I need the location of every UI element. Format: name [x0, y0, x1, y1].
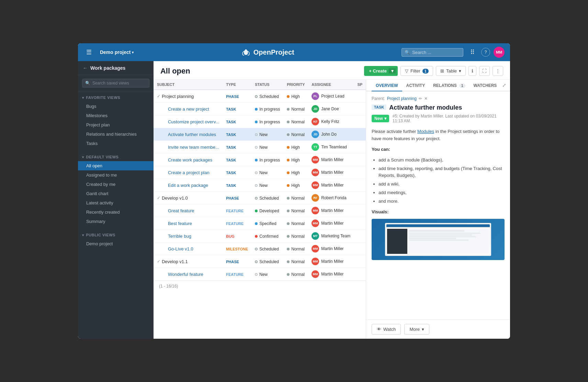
cell-sp: [354, 154, 366, 166]
col-type[interactable]: TYPE: [223, 80, 251, 90]
cell-subject: ✓ Project planning: [154, 90, 223, 103]
col-subject[interactable]: SUBJECT: [154, 80, 223, 90]
more-options-button[interactable]: ⋮: [493, 66, 503, 76]
cell-sp: [354, 179, 366, 192]
cell-priority: Normal: [283, 192, 308, 204]
col-priority[interactable]: PRIORITY: [283, 80, 308, 90]
col-sp[interactable]: SP: [354, 80, 366, 90]
table-row[interactable]: Great feature FEATURE Developed Normal M…: [154, 204, 366, 217]
info-button[interactable]: ℹ: [468, 66, 476, 76]
cell-sp: [354, 141, 366, 154]
favorite-toggle-icon[interactable]: ▾: [82, 96, 84, 100]
col-assignee[interactable]: ASSIGNEE: [308, 80, 354, 90]
table-row[interactable]: Activate further modules TASK New Normal…: [154, 128, 366, 141]
public-views-header[interactable]: ▾ PUBLIC VIEWS: [78, 232, 154, 239]
cell-assignee: TT Tim Teamlead: [308, 141, 354, 154]
detail-body: Parent: Project planning ✏ ✕ TASK Activa…: [366, 91, 510, 319]
sidebar-search-input-wrapper[interactable]: 🔍: [82, 79, 149, 88]
table-row[interactable]: Edit a work package TASK New High MM Mar…: [154, 179, 366, 192]
default-views-header[interactable]: ▾ DEFAULT VIEWS: [78, 154, 154, 161]
sidebar-item-summary[interactable]: Summary: [78, 217, 154, 226]
hamburger-button[interactable]: ☰: [83, 47, 94, 58]
favorite-views-header[interactable]: ▾ FAVORITE VIEWS: [78, 94, 154, 102]
cell-priority: Normal: [283, 217, 308, 230]
sidebar-item-project-plan[interactable]: Project plan: [78, 120, 154, 130]
sidebar-item-demo-project[interactable]: Demo project: [78, 239, 154, 248]
modules-button[interactable]: ⠿: [467, 47, 478, 58]
help-button[interactable]: ?: [481, 48, 490, 57]
sidebar-item-bugs[interactable]: Bugs: [78, 102, 154, 111]
table-row[interactable]: Best feature FEATURE Specified Normal MM…: [154, 217, 366, 230]
user-avatar[interactable]: MM: [494, 47, 505, 58]
detail-type-badge: TASK: [372, 104, 386, 110]
cell-sp: [354, 230, 366, 243]
table-row[interactable]: Customize project overv... TASK In progr…: [154, 115, 366, 128]
project-selector[interactable]: Demo project ▾: [100, 49, 134, 55]
filter-count-badge: 1: [422, 69, 429, 74]
public-toggle-icon[interactable]: ▾: [82, 233, 84, 237]
detail-title-row: TASK Activate further modules: [372, 104, 505, 112]
cell-status: Confirmed: [251, 230, 283, 243]
global-search[interactable]: 🔍: [402, 48, 463, 57]
cell-type: BUG: [223, 230, 251, 243]
filter-button[interactable]: ▽ Filter 1: [400, 66, 433, 76]
cell-assignee: JD Jane Doe: [308, 103, 354, 115]
sidebar-item-milestones[interactable]: Milestones: [78, 111, 154, 120]
sidebar-search-field[interactable]: [92, 81, 146, 86]
expand-icon[interactable]: ⤢: [501, 81, 508, 89]
sidebar-item-all-open[interactable]: All open: [78, 161, 154, 170]
table-row[interactable]: Terrible bug BUG Confirmed Normal MT Mar…: [154, 230, 366, 243]
table-row[interactable]: Wonderful feature FEATURE New Normal MM …: [154, 268, 366, 281]
fullscreen-button[interactable]: ⛶: [479, 66, 490, 76]
project-chevron-icon: ▾: [132, 50, 134, 54]
sidebar-item-created-by-me[interactable]: Created by me: [78, 180, 154, 189]
sidebar-item-tasks[interactable]: Tasks: [78, 139, 154, 148]
table-row[interactable]: Create work packages TASK In progress Hi…: [154, 154, 366, 166]
cell-type: TASK: [223, 103, 251, 115]
tab-watchers[interactable]: WATCHERS: [470, 80, 501, 91]
sidebar-item-gantt-chart[interactable]: Gantt chart: [78, 189, 154, 198]
eye-icon: 👁: [377, 327, 381, 332]
table-row[interactable]: Create a new project TASK In progress No…: [154, 103, 366, 115]
back-button[interactable]: ←: [83, 65, 88, 71]
default-toggle-icon[interactable]: ▾: [82, 155, 84, 159]
table-row[interactable]: Go-Live v1.0 MILESTONE Scheduled Normal …: [154, 243, 366, 255]
sidebar-item-assigned-to-me[interactable]: Assigned to me: [78, 170, 154, 180]
sidebar-item-latest-activity[interactable]: Latest activity: [78, 198, 154, 207]
cell-priority: Normal: [283, 243, 308, 255]
tab-activity[interactable]: ACTIVITY: [402, 80, 429, 91]
close-icon[interactable]: ✕: [509, 81, 510, 89]
cell-type: FEATURE: [223, 204, 251, 217]
logo-text: OpenProject: [253, 48, 294, 56]
sidebar-item-relations-hierarchies[interactable]: Relations and hierarchies: [78, 130, 154, 139]
col-status[interactable]: STATUS: [251, 80, 283, 90]
table-row[interactable]: ✓ Project planning PHASE Scheduled High …: [154, 90, 366, 103]
tab-overview[interactable]: OVERVIEW: [372, 80, 402, 91]
watch-button[interactable]: 👁 Watch: [372, 324, 401, 335]
table-row[interactable]: ✓ Develop v1.0 PHASE Scheduled Normal RF…: [154, 192, 366, 204]
parent-close-icon[interactable]: ✕: [424, 96, 428, 101]
table-row[interactable]: Invite new team membe... TASK New High T…: [154, 141, 366, 154]
parent-edit-icon[interactable]: ✏: [419, 96, 422, 101]
table-view-button[interactable]: ⊞ Table ▾: [436, 66, 466, 76]
tab-relations[interactable]: RELATIONS 1: [429, 80, 469, 91]
modules-link[interactable]: Modules: [417, 129, 434, 134]
cell-status: New: [251, 268, 283, 281]
create-button[interactable]: + Create ▾: [364, 66, 398, 76]
cell-sp: [354, 90, 366, 103]
create-dropdown-arrow[interactable]: ▾: [389, 68, 396, 74]
more-button[interactable]: More ▾: [404, 324, 429, 335]
table-row[interactable]: Create a project plan TASK New High MM M…: [154, 166, 366, 179]
cell-assignee: MM Martin Miller: [308, 243, 354, 255]
cell-status: In progress: [251, 154, 283, 166]
cell-sp: [354, 255, 366, 268]
search-input[interactable]: [412, 50, 460, 55]
parent-link[interactable]: Project planning: [387, 96, 417, 101]
table-row[interactable]: ✓ Develop v1.1 PHASE Scheduled Normal MM…: [154, 255, 366, 268]
cell-subject: Great feature: [154, 204, 223, 217]
cell-type: TASK: [223, 115, 251, 128]
detail-status-row: New ▾ #5: Created by Martin Miller. Last…: [372, 114, 505, 123]
status-dropdown-button[interactable]: New ▾: [372, 115, 389, 122]
sidebar-item-recently-created[interactable]: Recently created: [78, 207, 154, 217]
cell-assignee: KF Kelly Fritz: [308, 115, 354, 128]
